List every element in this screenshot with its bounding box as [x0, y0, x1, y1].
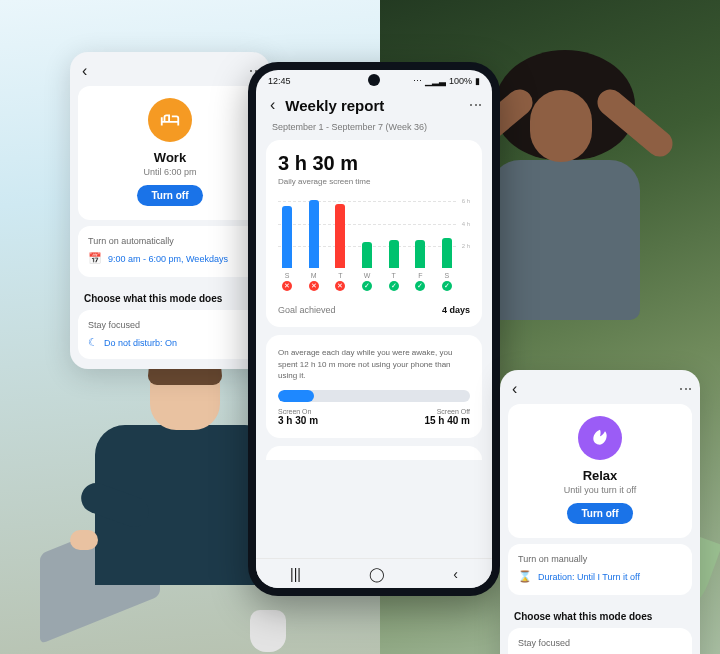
screen-time-panel: 3 h 30 m Daily average screen time 6 h 4…	[266, 140, 482, 327]
chart-bar	[335, 204, 345, 268]
man-illustration	[40, 330, 270, 590]
goal-miss-icon: ✕	[309, 281, 319, 291]
recents-button[interactable]: |||	[290, 566, 301, 582]
manual-on-label: Turn on manually	[518, 554, 682, 564]
chart-day-label: F	[415, 272, 425, 279]
date-range: September 1 - September 7 (Week 36)	[256, 120, 492, 140]
goal-miss-icon: ✕	[282, 281, 292, 291]
chart-day-label: S	[442, 272, 452, 279]
chart-day-label: T	[389, 272, 399, 279]
leaf-icon	[578, 416, 622, 460]
work-dnd-row[interactable]: ☾ Do not disturb: On	[88, 336, 252, 349]
chart-day-label: T	[335, 272, 345, 279]
screen-on-value: 3 h 30 m	[278, 415, 318, 426]
avg-time-label: Daily average screen time	[278, 177, 470, 186]
goal-met-icon: ✓	[415, 281, 425, 291]
relax-title: Relax	[516, 468, 684, 483]
work-schedule-row[interactable]: 📅 9:00 am - 6:00 pm, Weekdays	[88, 252, 252, 265]
system-nav-bar: ||| ◯ ‹	[256, 558, 492, 588]
chart-bar	[362, 242, 372, 268]
back-icon[interactable]: ‹	[82, 62, 87, 80]
page-title: Weekly report	[285, 97, 464, 114]
relax-duration-value: Duration: Until I Turn it off	[538, 572, 640, 582]
relax-back-icon[interactable]: ‹	[512, 380, 517, 398]
usage-progress-bar	[278, 390, 470, 402]
goal-met-icon: ✓	[442, 281, 452, 291]
chart-bar	[309, 200, 319, 268]
work-choose-label: Choose what this mode does	[70, 283, 270, 310]
chart-bar	[282, 206, 292, 268]
status-time: 12:45	[268, 76, 291, 86]
chart-bar	[415, 240, 425, 268]
goal-miss-icon: ✕	[335, 281, 345, 291]
avg-usage-text: On average each day while you were awake…	[278, 347, 470, 382]
relax-choose-label: Choose what this mode does	[500, 601, 700, 628]
chart-day-label: W	[362, 272, 372, 279]
calendar-icon: 📅	[88, 252, 102, 265]
usage-ratio-panel: On average each day while you were awake…	[266, 335, 482, 438]
next-panel-peek	[266, 446, 482, 460]
weekly-bar-chart: 6 h 4 h 2 h	[278, 194, 470, 268]
relax-kebab-icon[interactable]: ⋮	[684, 382, 688, 397]
goal-value: 4 days	[442, 305, 470, 315]
chart-bar	[389, 240, 399, 268]
phone-frame: 12:45 ⋯ ▁▂▃ 100% ▮ ‹ Weekly report ⋮ Sep…	[248, 62, 500, 596]
hourglass-icon: ⌛	[518, 570, 532, 583]
home-button[interactable]: ◯	[369, 566, 385, 582]
work-title: Work	[86, 150, 254, 165]
dnd-icon: ☾	[88, 336, 98, 349]
signal-icon: ▁▂▃	[425, 76, 446, 86]
report-kebab-icon[interactable]: ⋮	[474, 98, 478, 113]
grid-label: 4 h	[462, 221, 470, 227]
work-mode-card: ‹ ⋮ Work Until 6:00 pm Turn off Turn on …	[70, 52, 270, 369]
report-back-icon[interactable]: ‹	[270, 96, 275, 114]
grid-label: 2 h	[462, 243, 470, 249]
goal-met-icon: ✓	[389, 281, 399, 291]
auto-on-label: Turn on automatically	[88, 236, 252, 246]
work-stay-focused-label: Stay focused	[88, 320, 252, 330]
work-dnd-value: Do not disturb: On	[104, 338, 177, 348]
relax-mode-card: ‹ ⋮ Relax Until you turn it off Turn off…	[500, 370, 700, 654]
screen-off-value: 15 h 40 m	[424, 415, 470, 426]
relax-duration-row[interactable]: ⌛ Duration: Until I Turn it off	[518, 570, 682, 583]
work-schedule-value: 9:00 am - 6:00 pm, Weekdays	[108, 254, 228, 264]
grid-label: 6 h	[462, 198, 470, 204]
relax-stay-focused-label: Stay focused	[518, 638, 682, 648]
back-button[interactable]: ‹	[453, 566, 458, 582]
wifi-icon: ⋯	[413, 76, 422, 86]
goal-met-icon: ✓	[362, 281, 372, 291]
avg-time-value: 3 h 30 m	[278, 152, 470, 175]
work-subtitle: Until 6:00 pm	[86, 167, 254, 177]
relax-turn-off-button[interactable]: Turn off	[567, 503, 632, 524]
work-turn-off-button[interactable]: Turn off	[137, 185, 202, 206]
screen-off-label: Screen Off	[437, 408, 470, 415]
chart-bar	[442, 238, 452, 268]
bed-icon	[148, 98, 192, 142]
goal-label: Goal achieved	[278, 305, 336, 315]
battery-icon: ▮	[475, 76, 480, 86]
screen-on-label: Screen On	[278, 408, 311, 415]
battery-text: 100%	[449, 76, 472, 86]
relax-subtitle: Until you turn it off	[516, 485, 684, 495]
camera-notch	[368, 74, 380, 86]
chart-day-label: S	[282, 272, 292, 279]
chart-day-label: M	[309, 272, 319, 279]
